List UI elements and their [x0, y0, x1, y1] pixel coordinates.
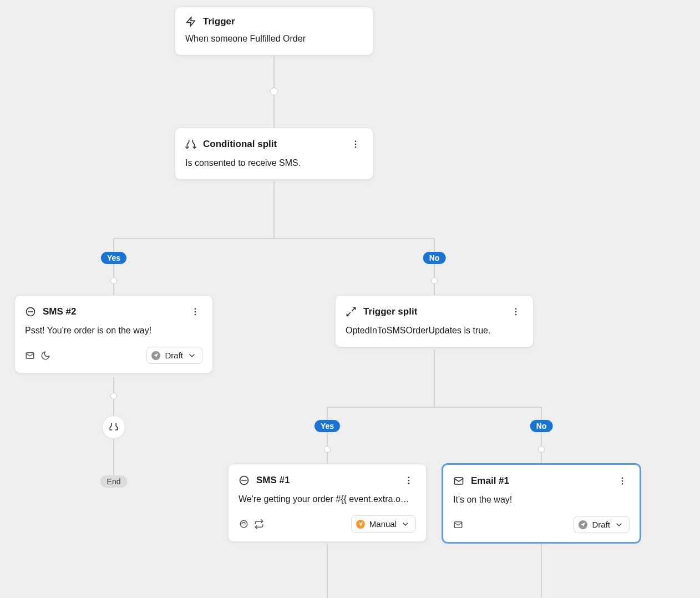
add-branch-button[interactable] — [102, 415, 125, 439]
svg-line-23 — [347, 313, 351, 316]
connector-dot — [431, 277, 438, 284]
conditional-split-title: Conditional split — [203, 139, 277, 150]
end-label: End — [100, 475, 128, 488]
status-draft-icon — [151, 351, 160, 360]
sms1-title: SMS #1 — [256, 475, 290, 486]
status-select[interactable]: Draft — [574, 516, 630, 533]
more-menu-button[interactable] — [509, 305, 523, 319]
repeat-icon — [254, 519, 264, 529]
more-menu-button[interactable] — [615, 474, 630, 488]
status-select[interactable]: Manual — [351, 515, 416, 533]
svg-marker-12 — [187, 17, 195, 27]
attachment-icon — [239, 519, 248, 529]
svg-point-33 — [622, 477, 623, 479]
branch-label-yes: Yes — [101, 252, 126, 264]
svg-line-22 — [352, 308, 356, 311]
sms-icon — [25, 306, 36, 317]
email-icon — [453, 475, 464, 486]
trigger-title: Trigger — [203, 16, 235, 27]
chevron-down-icon — [401, 520, 410, 529]
svg-point-29 — [408, 477, 410, 478]
sms1-node[interactable]: SMS #1 We're getting your order #{{ even… — [228, 464, 427, 542]
connector-dot — [270, 88, 278, 95]
sms2-title: SMS #2 — [43, 306, 76, 317]
status-label: Manual — [369, 519, 397, 529]
branch-label-no: No — [530, 420, 553, 432]
svg-point-14 — [355, 144, 357, 145]
svg-point-34 — [622, 480, 623, 482]
trigger-node[interactable]: Trigger When someone Fulfilled Order — [175, 7, 373, 55]
svg-point-13 — [355, 140, 357, 142]
conditional-split-icon — [185, 139, 196, 150]
smart-send-icon — [25, 351, 35, 361]
svg-point-26 — [515, 314, 517, 316]
email1-node[interactable]: Email #1 It's on the way! Draft — [442, 464, 641, 543]
more-menu-button[interactable] — [348, 137, 363, 151]
status-label: Draft — [165, 351, 183, 360]
svg-point-30 — [408, 480, 410, 482]
branch-label-no: No — [423, 252, 446, 264]
connector-dot — [538, 446, 545, 453]
trigger-description: When someone Fulfilled Order — [175, 31, 373, 55]
trigger-split-description: OptedInToSMSOrderUpdates is true. — [336, 322, 533, 347]
more-menu-button[interactable] — [188, 305, 202, 319]
status-manual-icon — [356, 520, 365, 529]
conditional-split-description: Is consented to receive SMS. — [175, 155, 373, 179]
connector-dot — [110, 277, 117, 284]
trigger-split-title: Trigger split — [363, 306, 417, 317]
conditional-split-node[interactable]: Conditional split Is consented to receiv… — [175, 128, 373, 180]
svg-point-35 — [622, 483, 623, 485]
svg-point-20 — [195, 314, 196, 316]
sms2-description: Psst! You're order is on the way! — [15, 322, 212, 347]
svg-point-19 — [195, 311, 196, 313]
status-select[interactable]: Draft — [146, 347, 202, 364]
email1-title: Email #1 — [471, 475, 509, 486]
trigger-icon — [185, 16, 196, 27]
svg-point-24 — [515, 308, 517, 310]
status-draft-icon — [579, 520, 587, 529]
status-label: Draft — [592, 520, 610, 529]
chevron-down-icon — [615, 520, 623, 529]
svg-point-18 — [195, 308, 196, 310]
sms1-description: We're getting your order #{{ event.extra… — [229, 491, 426, 515]
chevron-down-icon — [187, 351, 196, 360]
branch-label-yes: Yes — [315, 420, 340, 432]
connector-dot — [110, 393, 117, 399]
svg-point-15 — [355, 146, 357, 148]
trigger-split-node[interactable]: Trigger split OptedInToSMSOrderUpdates i… — [335, 295, 534, 347]
trigger-split-icon — [346, 306, 357, 317]
smart-send-icon — [453, 520, 463, 530]
connector-dot — [324, 446, 331, 453]
sms-icon — [239, 475, 250, 486]
svg-point-25 — [515, 311, 517, 313]
quiet-hours-icon — [40, 351, 50, 361]
sms2-node[interactable]: SMS #2 Psst! You're order is on the way!… — [14, 295, 213, 373]
more-menu-button[interactable] — [402, 473, 416, 488]
email1-description: It's on the way! — [443, 491, 640, 516]
svg-point-31 — [408, 483, 410, 484]
